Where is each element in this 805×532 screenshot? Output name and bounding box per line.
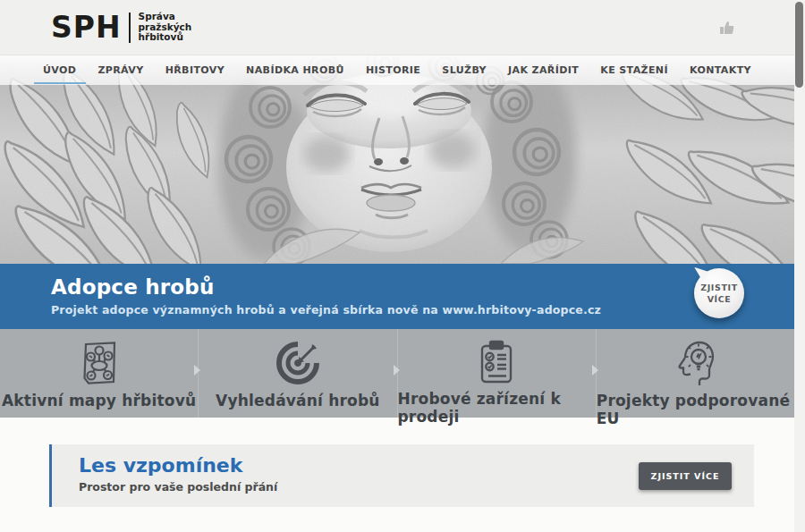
hero-section: ÚVOD ZPRÁVY HŘBITOVY NABÍDKA HROBŮ HISTO…: [0, 55, 794, 264]
feature-label: Aktivní mapy hřbitovů: [2, 392, 196, 410]
hero-angel-statue-image: [0, 55, 794, 264]
nav-item-ke-stazeni[interactable]: KE STAŽENÍ: [600, 55, 668, 85]
cta-line: ZJISTIT: [700, 282, 738, 293]
les-vzpominek-card: Les vzpomínek Prostor pro vaše poslední …: [49, 444, 754, 507]
head-lightbulb-icon: [673, 340, 717, 386]
feature-separator-arrow-icon: [592, 365, 598, 376]
feature-label: Projekty podporované EU: [597, 392, 794, 427]
nav-item-historie[interactable]: HISTORIE: [366, 55, 420, 85]
site-logo[interactable]: SPH Správa pražských hřbitovů: [51, 12, 191, 43]
tagline-line: hřbitovů: [139, 32, 192, 43]
clipboard-checklist-icon: [478, 340, 515, 384]
thumbs-up-icon[interactable]: [719, 21, 735, 35]
feature-label: Hrobové zařízení k prodeji: [398, 390, 596, 426]
cta-line: VÍCE: [708, 293, 732, 305]
feature-links-band: Aktivní mapy hřbitovů: [0, 329, 794, 418]
target-arrow-icon: [275, 340, 320, 386]
scrollbar-thumb[interactable]: [795, 2, 803, 88]
promo-cta-button[interactable]: ZJISTIT VÍCE: [639, 462, 732, 490]
nav-item-zpravy[interactable]: ZPRÁVY: [97, 55, 143, 85]
feature-separator-arrow-icon: [194, 365, 200, 376]
feature-eu-projects[interactable]: Projekty podporované EU: [596, 329, 794, 418]
banner-subtitle: Projekt adopce významných hrobů a veřejn…: [51, 303, 794, 317]
interactive-map-page-icon: [79, 340, 120, 386]
feature-separator-arrow-icon: [394, 365, 400, 376]
nav-item-uvod[interactable]: ÚVOD: [43, 55, 76, 85]
feature-grave-search[interactable]: Vyhledávání hrobů: [198, 329, 396, 418]
adoption-banner: Adopce hrobů Projekt adopce významných h…: [0, 264, 794, 329]
logo-text: SPH: [51, 13, 122, 42]
logo-divider: [129, 13, 131, 43]
nav-item-kontakty[interactable]: KONTAKTY: [690, 55, 751, 85]
site-header: SPH Správa pražských hřbitovů: [0, 0, 794, 55]
nav-item-hrbitovy[interactable]: HŘBITOVY: [165, 55, 225, 85]
main-content: SPH Správa pražských hřbitovů: [0, 0, 794, 532]
feature-grave-equipment[interactable]: Hrobové zařízení k prodeji: [397, 329, 596, 418]
page: SPH Správa pražských hřbitovů: [0, 0, 805, 532]
nav-item-nabidka-hrobu[interactable]: NABÍDKA HROBŮ: [246, 55, 344, 85]
logo-tagline: Správa pražských hřbitovů: [139, 12, 192, 43]
banner-cta-button[interactable]: ZJISTIT VÍCE: [694, 268, 744, 318]
feature-active-maps[interactable]: Aktivní mapy hřbitovů: [0, 329, 198, 418]
nav-item-jak-zaridit[interactable]: JAK ZAŘÍDIT: [508, 55, 579, 85]
main-navigation: ÚVOD ZPRÁVY HŘBITOVY NABÍDKA HROBŮ HISTO…: [0, 55, 794, 85]
feature-label: Vyhledávání hrobů: [216, 392, 380, 410]
nav-item-sluzby[interactable]: SLUŽBY: [442, 55, 487, 85]
banner-title: Adopce hrobů: [51, 275, 794, 299]
page-scrollbar[interactable]: [794, 0, 805, 532]
